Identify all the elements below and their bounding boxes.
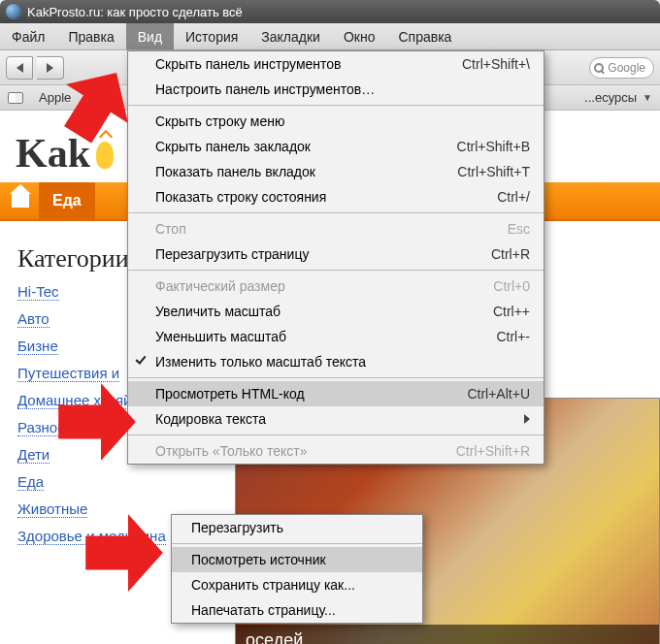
article-title-fragment: оседей: [246, 630, 649, 644]
menu-item-label: Увеличить масштаб: [155, 304, 280, 319]
menu-item-shortcut: Ctrl+-: [496, 329, 530, 344]
menu-item-reader-mode: Открыть «Только текст» Ctrl+Shift+R: [128, 438, 544, 464]
search-icon: [594, 63, 604, 73]
menu-item-show-statusbar[interactable]: Показать строку состояния Ctrl+/: [128, 184, 544, 209]
site-favicon-icon: [6, 4, 21, 19]
context-menu: Перезагрузить Посмотреть источник Сохран…: [171, 514, 423, 624]
menu-item-shortcut: Ctrl+Shift+\: [462, 56, 530, 72]
menu-item-label: Скрыть панель закладок: [155, 139, 311, 154]
menu-bookmarks[interactable]: Закладки: [249, 23, 332, 49]
menu-item-label: Сохранить страницу как...: [191, 577, 355, 593]
menu-item-shortcut: Ctrl+Shift+R: [456, 443, 530, 459]
menu-item-view-source[interactable]: Просмотреть HTML-код Ctrl+Alt+U: [128, 381, 544, 406]
menu-item-hide-bookmarkbar[interactable]: Скрыть панель закладок Ctrl+Shift+B: [128, 134, 544, 159]
menu-item-shortcut: Ctrl+/: [497, 189, 530, 205]
menu-item-customize-toolbar[interactable]: Настроить панель инструментов…: [128, 77, 544, 102]
chevron-down-icon: ▼: [643, 92, 652, 103]
context-item-view-source[interactable]: Посмотреть источник: [172, 547, 422, 572]
menu-item-show-tabbar[interactable]: Показать панель вкладок Ctrl+Shift+T: [128, 159, 544, 184]
menu-item-hide-toolbar[interactable]: Скрыть панель инструментов Ctrl+Shift+\: [128, 51, 544, 77]
category-link[interactable]: Hi-Tec: [17, 283, 59, 301]
chevron-right-icon: [47, 63, 53, 73]
menu-separator: [128, 270, 544, 271]
menu-item-label: Скрыть панель инструментов: [155, 56, 342, 72]
menu-item-zoom-out[interactable]: Уменьшить масштаб Ctrl+-: [128, 324, 544, 349]
category-link[interactable]: Еда: [17, 473, 44, 491]
menu-item-label: Открыть «Только текст»: [155, 443, 308, 459]
chevron-right-icon: [524, 414, 530, 424]
menu-separator: [128, 212, 544, 213]
menu-item-label: Перезагрузить страницу: [155, 246, 309, 262]
article-caption: оседей мы часто не знакомы с: [236, 625, 659, 644]
chevron-left-icon: [16, 63, 23, 73]
menu-item-label: Уменьшить масштаб: [155, 329, 286, 344]
check-icon: [135, 353, 146, 365]
window-title: KakProsto.ru: как просто сделать всё: [27, 5, 243, 19]
rss-label: ...есурсы: [584, 90, 637, 105]
view-menu-dropdown: Скрыть панель инструментов Ctrl+Shift+\ …: [127, 50, 544, 465]
context-item-print[interactable]: Напечатать страницу...: [172, 597, 422, 623]
menu-item-label: Напечатать страницу...: [191, 602, 336, 618]
menu-separator: [128, 377, 544, 378]
nav-item-eda[interactable]: Еда: [39, 182, 95, 219]
window-titlebar: KakProsto.ru: как просто сделать всё: [0, 0, 660, 23]
menubar: Файл Правка Вид История Закладки Окно Сп…: [0, 23, 660, 50]
menu-item-zoom-in[interactable]: Увеличить масштаб Ctrl++: [128, 299, 544, 324]
context-item-reload[interactable]: Перезагрузить: [172, 515, 422, 540]
menu-item-shortcut: Ctrl+Shift+T: [457, 164, 530, 179]
menu-item-label: Стоп: [155, 221, 186, 237]
menu-window[interactable]: Окно: [332, 23, 387, 49]
bookmark-apple[interactable]: Apple: [39, 90, 71, 105]
menu-item-shortcut: Ctrl+Alt+U: [467, 386, 530, 402]
menu-view[interactable]: Вид: [126, 23, 174, 49]
menu-item-label: Показать панель вкладок: [155, 164, 315, 179]
context-item-save-as[interactable]: Сохранить страницу как...: [172, 572, 422, 597]
category-link[interactable]: Бизне: [17, 338, 58, 355]
menu-item-label: Скрыть строку меню: [155, 113, 284, 129]
menu-item-shortcut: Esc: [508, 221, 530, 237]
menu-separator: [128, 105, 544, 106]
menu-item-shortcut: Ctrl+Shift+B: [457, 139, 530, 154]
bookmarks-icon[interactable]: [8, 92, 23, 104]
menu-item-shortcut: Ctrl+R: [491, 246, 530, 262]
lightbulb-icon: [96, 142, 114, 169]
forward-button[interactable]: [37, 56, 64, 80]
menu-item-reload[interactable]: Перезагрузить страницу Ctrl+R: [128, 242, 544, 267]
search-box[interactable]: Google: [589, 57, 654, 79]
rss-dropdown[interactable]: ...есурсы ▼: [584, 90, 652, 105]
category-link[interactable]: Животные: [17, 500, 87, 518]
category-link[interactable]: Путешествия и: [17, 365, 119, 382]
menu-item-label: Посмотреть источник: [191, 552, 326, 567]
home-icon[interactable]: [12, 194, 29, 208]
menu-item-shortcut: Ctrl+0: [493, 278, 530, 294]
category-link[interactable]: Дети: [17, 446, 50, 464]
back-button[interactable]: [6, 56, 33, 80]
menu-item-label: Показать строку состояния: [155, 189, 326, 205]
logo-text-left: Kak: [16, 130, 90, 177]
search-placeholder: Google: [608, 61, 645, 75]
menu-item-label: Настроить панель инструментов…: [155, 81, 375, 97]
menu-item-label: Просмотреть HTML-код: [155, 386, 305, 402]
menu-file[interactable]: Файл: [0, 23, 56, 49]
menu-item-actual-size: Фактический размер Ctrl+0: [128, 274, 544, 299]
menu-separator: [128, 435, 544, 435]
menu-separator: [172, 543, 422, 544]
menu-edit[interactable]: Правка: [56, 23, 125, 49]
category-link[interactable]: Авто: [17, 310, 50, 328]
menu-item-shortcut: Ctrl++: [493, 304, 530, 319]
menu-history[interactable]: История: [174, 23, 249, 49]
menu-item-zoom-text-only[interactable]: Изменить только масштаб текста: [128, 349, 544, 374]
menu-item-text-encoding[interactable]: Кодировка текста: [128, 406, 544, 432]
menu-item-stop: Стоп Esc: [128, 216, 544, 242]
menu-item-label: Перезагрузить: [191, 520, 283, 535]
menu-item-label: Фактический размер: [155, 278, 285, 294]
menu-item-label: Изменить только масштаб текста: [155, 354, 366, 370]
menu-item-hide-menubar[interactable]: Скрыть строку меню: [128, 109, 544, 134]
menu-item-label: Кодировка текста: [155, 411, 266, 427]
menu-help[interactable]: Справка: [386, 23, 463, 49]
